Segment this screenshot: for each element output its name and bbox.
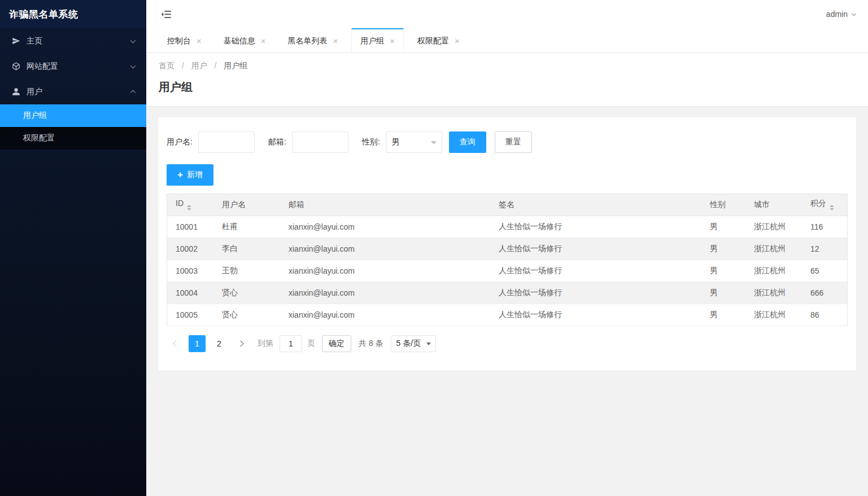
sort-desc-icon: [830, 208, 834, 210]
sidebar-item-site-config[interactable]: 网站配置: [0, 54, 146, 79]
chevron-down-icon: [852, 11, 856, 15]
page-number-button[interactable]: 2: [211, 335, 228, 352]
prev-page-button[interactable]: [167, 335, 184, 352]
cell-city: 浙江杭州: [745, 260, 802, 282]
sort-icon[interactable]: [187, 205, 191, 210]
breadcrumb-current: 用户组: [224, 61, 247, 70]
sidebar-menu: 主页 网站配置 用户 用户组 权限配置: [0, 28, 146, 150]
cell-id: 10005: [167, 304, 213, 326]
sidebar-item-permission-config[interactable]: 权限配置: [0, 127, 146, 150]
table-body: 10001 杜甫 xianxin@layui.com 人生恰似一场修行 男 浙江…: [167, 216, 847, 326]
tab[interactable]: 控制台 ×: [159, 28, 210, 52]
cell-username: 王勃: [213, 260, 280, 282]
cell-city: 浙江杭州: [745, 216, 802, 238]
pagination: 12 到第 页 确定 共 8 条 5 条/页: [167, 335, 848, 352]
next-page-button[interactable]: [233, 335, 250, 352]
tab-close-icon[interactable]: ×: [197, 37, 202, 45]
cell-gender: 男: [701, 260, 745, 282]
dropdown-arrow-icon: [426, 343, 431, 345]
page-size-select[interactable]: 5 条/页: [391, 335, 437, 352]
username-input[interactable]: [198, 131, 255, 153]
page-number-button[interactable]: 1: [189, 335, 206, 352]
table-header-row: ID 用户名 邮箱 签名 性别 城市 积分: [167, 194, 847, 216]
tab-label: 基础信息: [224, 36, 255, 46]
tab[interactable]: 黑名单列表 ×: [280, 28, 347, 52]
content-area: 用户名: 邮箱: 性别: 男 查询 重置: [146, 107, 868, 496]
sort-desc-icon: [187, 208, 191, 210]
email-input[interactable]: [292, 131, 348, 153]
cell-score: 666: [802, 282, 847, 304]
cell-signature: 人生恰似一场修行: [490, 282, 701, 304]
tab-close-icon[interactable]: ×: [455, 37, 460, 45]
table-row: 10005 贤心 xianxin@layui.com 人生恰似一场修行 男 浙江…: [167, 304, 847, 326]
table-column-header: 城市: [745, 194, 802, 216]
table-column-header: 用户名: [213, 194, 280, 216]
tab-close-icon[interactable]: ×: [261, 37, 266, 45]
table-row: 10001 杜甫 xianxin@layui.com 人生恰似一场修行 男 浙江…: [167, 216, 847, 238]
username-label: 用户名:: [167, 137, 193, 147]
cell-gender: 男: [701, 282, 745, 304]
cell-username: 贤心: [213, 282, 280, 304]
cell-username: 李白: [213, 238, 280, 260]
gender-selected-value: 男: [392, 137, 400, 147]
column-label: 城市: [754, 200, 770, 209]
breadcrumb-home[interactable]: 首页: [159, 61, 175, 70]
main-area: admin 控制台 × 基础信息 × 黑名单列表 × 用户组 × 权限配置 × …: [146, 0, 868, 496]
email-field-group: 邮箱:: [268, 131, 348, 153]
page-title: 用户组: [159, 80, 856, 95]
add-button-label: 新增: [187, 170, 203, 180]
cell-signature: 人生恰似一场修行: [490, 238, 701, 260]
column-label: 签名: [499, 200, 514, 209]
tab-close-icon[interactable]: ×: [333, 37, 338, 45]
goto-page-input[interactable]: [280, 335, 302, 352]
cell-gender: 男: [701, 238, 745, 260]
column-label: ID: [176, 199, 184, 208]
content-card: 用户名: 邮箱: 性别: 男 查询 重置: [158, 117, 856, 371]
column-label: 用户名: [222, 200, 246, 209]
add-button[interactable]: + 新增: [167, 164, 213, 186]
collapse-sidebar-button[interactable]: [159, 8, 174, 21]
breadcrumb: 首页 / 用户 / 用户组: [159, 61, 856, 71]
column-label: 邮箱: [289, 200, 304, 209]
app-root: 诈骗黑名单系统 主页 网站配置 用户 用户组: [0, 0, 868, 496]
query-button[interactable]: 查询: [449, 131, 486, 153]
cell-score: 86: [802, 304, 847, 326]
goto-unit-label: 页: [307, 339, 315, 349]
tab[interactable]: 用户组 ×: [351, 28, 404, 52]
cell-signature: 人生恰似一场修行: [490, 216, 701, 238]
table-column-header: 签名: [490, 194, 701, 216]
sidebar-item-user-group[interactable]: 用户组: [0, 104, 146, 127]
tab-label: 黑名单列表: [288, 36, 328, 46]
confirm-button[interactable]: 确定: [322, 335, 351, 352]
breadcrumb-user[interactable]: 用户: [191, 61, 207, 70]
sidebar: 诈骗黑名单系统 主页 网站配置 用户 用户组: [0, 0, 146, 496]
cell-city: 浙江杭州: [745, 304, 802, 326]
table-column-header[interactable]: 积分: [802, 194, 847, 216]
cell-id: 10004: [167, 282, 213, 304]
cell-id: 10002: [167, 238, 213, 260]
sidebar-item-home[interactable]: 主页: [0, 28, 146, 54]
sidebar-subitem-label: 用户组: [23, 111, 47, 121]
cell-score: 65: [802, 260, 847, 282]
tab[interactable]: 基础信息 ×: [215, 28, 274, 52]
sidebar-item-users[interactable]: 用户: [0, 79, 146, 104]
gender-select[interactable]: 男: [386, 131, 442, 153]
chevron-left-icon: [173, 340, 179, 346]
app-title: 诈骗黑名单系统: [0, 0, 146, 28]
cell-id: 10003: [167, 260, 213, 282]
cell-username: 杜甫: [213, 216, 280, 238]
tab-label: 用户组: [360, 36, 384, 46]
toolbar: + 新增: [167, 164, 848, 186]
table-row: 10002 李白 xianxin@layui.com 人生恰似一场修行 男 浙江…: [167, 238, 847, 260]
sort-icon[interactable]: [830, 205, 834, 210]
cell-username: 贤心: [213, 304, 280, 326]
tab[interactable]: 权限配置 ×: [409, 28, 468, 52]
cell-city: 浙江杭州: [745, 238, 802, 260]
cell-signature: 人生恰似一场修行: [490, 304, 701, 326]
tab-close-icon[interactable]: ×: [390, 37, 395, 45]
reset-button[interactable]: 重置: [495, 131, 532, 153]
user-menu[interactable]: admin: [826, 10, 856, 19]
sort-asc-icon: [830, 205, 834, 207]
table-column-header[interactable]: ID: [167, 194, 213, 216]
cell-score: 116: [802, 216, 847, 238]
